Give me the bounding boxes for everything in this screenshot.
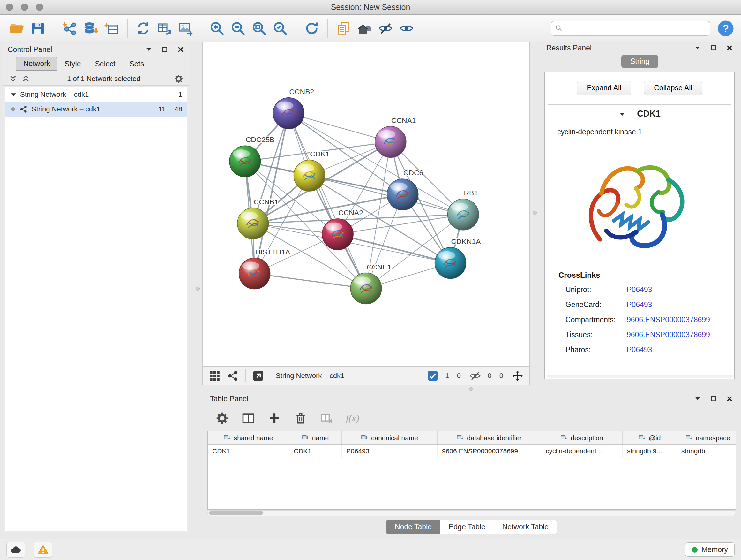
network-edge[interactable] [255,273,366,289]
warnings-button[interactable] [34,542,52,558]
table-cell[interactable]: stringdb [677,445,736,458]
network-node-ccnb1[interactable]: CCNB1 [238,198,279,239]
expand-all-button[interactable]: Expand All [577,81,631,95]
panel-menu-icon[interactable] [694,395,701,402]
pan-move-icon[interactable] [512,370,524,382]
tab-edge-table[interactable]: Edge Table [441,520,494,534]
selected-checkbox-icon[interactable] [427,370,439,382]
network-collection-row[interactable]: String Network – cdk1 1 [5,87,187,102]
column-header-canonical-name[interactable]: canonical name [342,431,437,444]
panel-float-icon[interactable] [710,395,718,402]
table-cell[interactable]: stringdb:9... [623,445,677,458]
gene-section-header[interactable]: CDK1 [548,105,731,123]
search-input[interactable] [566,24,706,33]
tab-string[interactable]: String [621,55,658,68]
expand-all-icon[interactable] [21,75,30,83]
collapse-all-button[interactable]: Collapse All [644,81,702,95]
network-node-rb1[interactable]: RB1 [448,189,479,230]
table-cell[interactable]: CDK1 [208,445,289,458]
network-node-ccnb2[interactable]: CCNB2 [273,87,314,129]
panel-float-icon[interactable] [161,46,169,53]
hide-panel-button[interactable] [375,18,396,39]
grid-view-icon[interactable] [208,370,220,382]
export-table-button[interactable] [154,18,175,39]
zoom-selected-button[interactable] [270,18,291,39]
panel-close-icon[interactable] [726,395,733,402]
table-row[interactable]: CDK1CDK1P064939606.ENSP00000378699cyclin… [208,445,736,458]
zoom-in-button[interactable] [206,18,227,39]
save-session-button[interactable] [27,18,49,39]
tree-expand-icon[interactable] [10,91,17,98]
network-node-ccna1[interactable]: CCNA1 [375,116,416,158]
collapse-all-icon[interactable] [8,75,18,83]
column-header-name[interactable]: name [289,431,342,444]
network-node-cdc25b[interactable]: CDC25B [229,135,274,177]
open-session-button[interactable] [6,18,27,39]
crosslink-value-link[interactable]: 9606.ENSP00000378699 [627,330,710,339]
section-collapse-icon[interactable] [618,110,626,118]
duplicate-page-button[interactable] [333,18,354,39]
tab-node-table[interactable]: Node Table [386,520,441,534]
crosslink-value-link[interactable]: P06493 [627,300,652,309]
import-network-file-button[interactable] [59,18,80,39]
tab-style[interactable]: Style [57,57,88,71]
import-table-button[interactable] [101,18,122,39]
column-header-description[interactable]: description [541,431,623,444]
help-button[interactable]: ? [717,19,735,37]
table-cell[interactable]: cyclin-dependent ... [541,445,623,458]
column-header-shared-name[interactable]: shared name [208,431,289,444]
table-cell[interactable]: 9606.ENSP00000378699 [437,445,541,458]
table-cell[interactable]: CDK1 [289,445,342,458]
column-header-namespace[interactable]: namespace [677,431,736,444]
table-scrollbar[interactable] [207,510,736,516]
network-canvas[interactable]: CCNB2CCNA1CDC25BCDK1CDC6RB1CCNB1CCNA2CDK… [202,42,530,367]
delete-column-icon[interactable] [293,411,308,425]
export-image-button[interactable] [175,18,196,39]
crosslink-value-link[interactable]: P06493 [627,286,652,294]
network-node-cdc6[interactable]: CDC6 [387,169,423,210]
scrollbar-thumb[interactable] [209,511,263,515]
hidden-eye-slash-icon[interactable] [469,370,481,382]
panel-close-icon[interactable] [726,44,733,52]
apply-layout-button[interactable] [301,18,322,39]
minimize-window-button[interactable] [21,3,28,11]
table-cell[interactable]: P06493 [342,445,437,458]
show-panel-button[interactable] [396,18,417,39]
table-options-gear-icon[interactable] [215,411,229,425]
close-window-button[interactable] [6,3,13,11]
show-columns-icon[interactable] [241,411,255,425]
network-edge[interactable] [288,113,390,142]
zoom-out-button[interactable] [227,18,249,39]
tab-select[interactable]: Select [88,57,123,71]
network-row-selected[interactable]: String Network – cdk1 11 48 [5,102,187,117]
panel-float-icon[interactable] [710,44,718,52]
network-options-gear-icon[interactable] [174,74,184,84]
tab-sets[interactable]: Sets [122,57,151,71]
add-column-icon[interactable] [267,411,281,425]
splitter-handle[interactable] [533,211,537,214]
search-box[interactable] [551,21,711,36]
column-header--id[interactable]: @id [623,431,677,444]
network-edge[interactable] [288,113,366,289]
crosslink-value-link[interactable]: 9606.ENSP00000378699 [627,315,710,324]
maximize-window-button[interactable] [36,3,43,11]
column-header-database-identifier[interactable]: database identifier [437,431,541,444]
tab-network[interactable]: Network [16,57,57,71]
splitter-handle[interactable] [469,387,473,391]
fit-content-button[interactable] [249,18,270,39]
cloud-button[interactable] [6,542,25,558]
network-node-cdkn1a[interactable]: CDKN1A [435,237,481,279]
panel-menu-icon[interactable] [694,44,701,52]
splitter-handle[interactable] [196,287,200,291]
memory-button[interactable]: Memory [685,543,735,557]
panel-close-icon[interactable] [177,46,185,53]
network-node-hist1h1a[interactable]: HIST1H1A [239,248,290,289]
network-graph[interactable]: CCNB2CCNA1CDC25BCDK1CDC6RB1CCNB1CCNA2CDK… [203,43,529,366]
detach-view-icon[interactable] [252,370,264,382]
tab-network-table[interactable]: Network Table [494,520,557,534]
new-network-selection-button[interactable] [133,18,154,39]
home-button[interactable] [354,18,375,39]
results-scrollbar[interactable] [547,374,733,378]
crosslink-value-link[interactable]: P06493 [627,346,652,354]
import-network-database-button[interactable] [80,18,101,39]
